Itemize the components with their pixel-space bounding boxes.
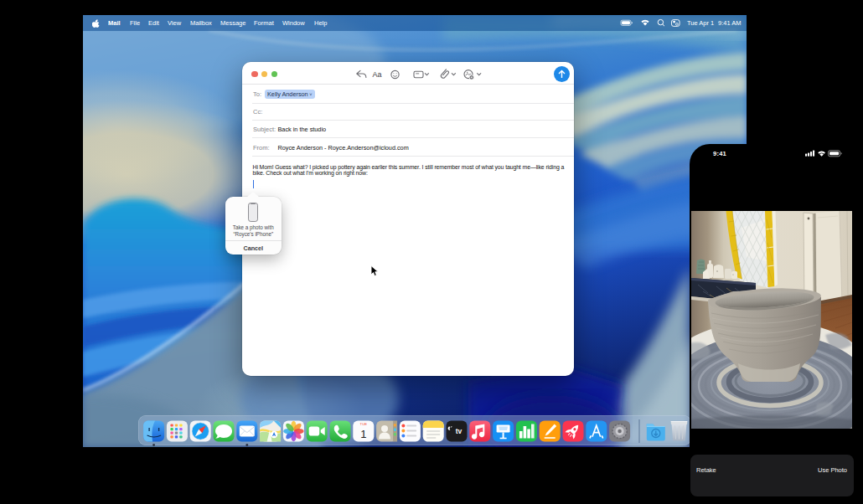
- svg-text:1: 1: [360, 428, 366, 440]
- svg-text:TUE: TUE: [360, 422, 368, 426]
- svg-text:Aa: Aa: [373, 70, 382, 79]
- svg-text:tv: tv: [456, 427, 463, 435]
